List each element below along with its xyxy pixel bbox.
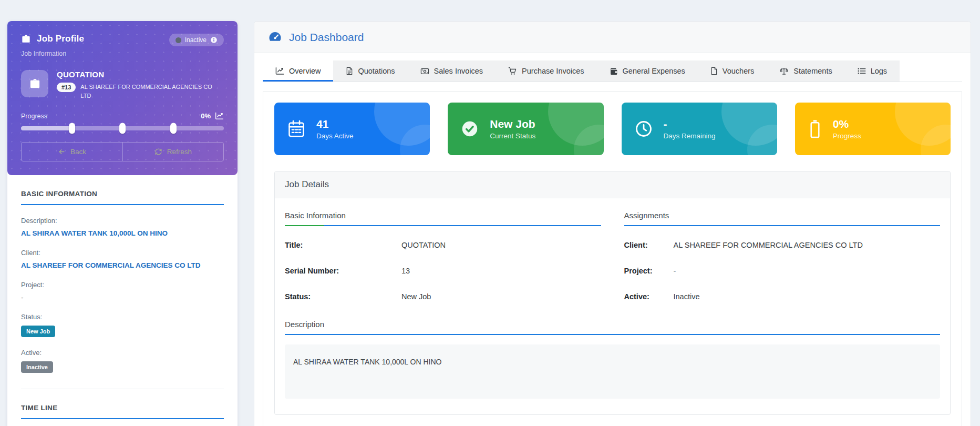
refresh-icon [154,148,162,156]
tab-quotations-label: Quotations [358,67,395,75]
tab-vouchers[interactable]: Vouchers [698,60,767,82]
tab-purchase-invoices[interactable]: Purchase Invoices [496,60,596,82]
tab-sales-invoices[interactable]: Sales Invoices [408,60,496,82]
assignments-column: Assignments Client: AL SHAREEF FOR COMME… [624,211,941,301]
description-link[interactable]: AL SHIRAA WATER TANK 10,000L ON HINO [21,229,224,237]
back-button[interactable]: Back [22,143,122,161]
back-button-label: Back [70,148,86,156]
detail-value: QUOTATION [401,241,601,249]
active-badge: Inactive [21,361,53,373]
detail-value: 13 [401,267,601,275]
tab-general-expenses[interactable]: General Expenses [597,60,698,82]
tab-statements[interactable]: Statements [767,60,844,82]
profile-card-subtitle: Job Information [21,50,224,57]
basic-information-heading: BASIC INFORMATION [21,190,224,198]
tachometer-icon [268,30,282,44]
section-underline [285,225,601,226]
stat-value: 41 [316,118,354,130]
basic-information-column: Basic Information Title: QUOTATION Seria… [285,211,601,301]
assignments-title: Assignments [624,211,941,225]
arrow-left-icon [58,148,66,156]
tab-sales-invoices-label: Sales Invoices [434,67,483,75]
job-avatar [21,70,48,97]
list-icon [858,67,866,75]
stat-card-progress: 0% Progress [795,103,951,155]
stat-value: - [664,118,716,130]
client-link[interactable]: AL SHAREEF FOR COMMERCIAL AGENCIES CO LT… [21,261,224,269]
detail-label: Project: [624,267,674,275]
tab-logs-label: Logs [871,67,887,75]
detail-label: Serial Number: [285,267,401,275]
stat-label: Days Remaining [664,132,716,140]
stat-card-current-status: New Job Current Status [448,103,603,155]
chart-line-icon [275,67,284,75]
stat-card-days-active: 41 Days Active [274,103,430,155]
description-title: Description [285,320,940,334]
stat-cards-row: 41 Days Active New Job Current Status [274,103,951,155]
tab-statements-label: Statements [793,67,832,75]
status-label: Status: [21,313,224,321]
active-status-pill-label: Inactive [185,36,207,44]
detail-value: New Job [401,292,601,301]
status-badge: New Job [21,326,55,337]
timeline-heading: TIME LINE [21,404,224,412]
detail-value: - [674,267,941,275]
detail-row-project: Project: - [624,267,941,275]
tab-overview[interactable]: Overview [263,60,333,82]
page-title: Job Dashboard [289,31,364,44]
section-rule [21,418,224,419]
job-profile-card: Job Profile Inactive Job Information [7,21,238,175]
briefcase-icon [21,34,31,44]
detail-row-status: Status: New Job [285,292,601,301]
progress-slider-fill [21,126,72,130]
calendar-icon [287,119,306,138]
active-status-pill[interactable]: Inactive [169,34,224,46]
voucher-icon [710,67,718,75]
basic-information-section: BASIC INFORMATION Description: AL SHIRAA… [7,175,238,373]
stat-value: New Job [490,118,535,130]
slider-handle-3[interactable] [170,123,177,134]
detail-label: Active: [624,292,674,301]
overview-tab-content: 41 Days Active New Job Current Status [263,92,962,426]
stat-label: Progress [833,132,861,140]
slider-handle-2[interactable] [119,123,126,134]
project-value: - [21,293,224,301]
stat-label: Current Status [490,132,535,140]
check-circle-icon [460,119,479,138]
detail-row-client: Client: AL SHAREEF FOR COMMERCIAL AGENCI… [624,241,941,249]
refresh-button[interactable]: Refresh [122,143,223,161]
tab-overview-label: Overview [289,67,321,75]
wallet-icon [610,67,618,75]
detail-label: Title: [285,241,401,249]
job-details-heading: Job Details [275,171,950,198]
tab-vouchers-label: Vouchers [723,67,754,75]
tab-quotations[interactable]: Quotations [333,60,407,82]
stat-value: 0% [833,118,861,130]
status-dot-icon [176,37,181,43]
chart-line-icon [215,112,224,120]
detail-value: AL SHAREEF FOR COMMERCIAL AGENCIES CO LT… [674,241,941,249]
description-section: Description AL SHIRAA WATER TANK 10,000L… [285,320,940,399]
dashboard-tabs: Overview Quotations Sales Invoices [263,60,962,82]
dashboard-header: Job Dashboard [254,22,971,53]
clock-icon [634,119,653,138]
job-details-panel: Job Details Basic Information Title: QUO… [274,171,951,415]
detail-row-title: Title: QUOTATION [285,241,601,249]
client-label: Client: [21,249,224,257]
section-rule [21,204,224,205]
tab-logs[interactable]: Logs [845,60,900,82]
progress-slider[interactable] [21,126,224,130]
detail-value: Inactive [674,292,941,301]
detail-label: Client: [624,241,674,249]
money-bill-icon [420,67,429,75]
detail-label: Status: [285,292,401,301]
job-profile-sidebar: Job Profile Inactive Job Information [7,21,238,426]
detail-row-serial-number: Serial Number: 13 [285,267,601,275]
timeline-section: TIME LINE CreatedAt: 3/16/2026 [7,389,238,426]
stat-label: Days Active [316,132,354,140]
job-client-name: AL SHAREEF FOR COMMERCIAL AGENCIES CO LT… [80,83,216,100]
job-dashboard-panel: Job Dashboard Overview Quotations [254,21,971,426]
section-underline [285,334,940,335]
slider-handle-1[interactable] [69,123,75,134]
serial-number-badge: #13 [57,83,76,92]
